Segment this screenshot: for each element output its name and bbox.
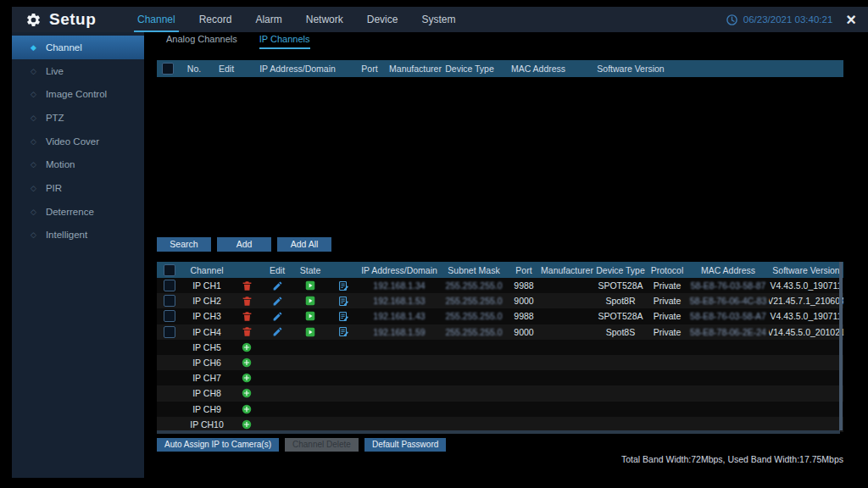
row-action-cell	[328, 326, 359, 337]
mac-address: 58-E8-76-03-58-87	[687, 280, 769, 291]
select-all-checkbox[interactable]	[162, 63, 174, 75]
column-header-subnet-mask: Subnet Mask	[440, 265, 508, 275]
row-action-cell	[328, 296, 359, 307]
datetime-text: 06/23/2021 03:40:21	[743, 14, 833, 25]
select-all-checkbox[interactable]	[164, 264, 175, 276]
mac-address: 58-E8-76-06-4C-83	[687, 296, 769, 306]
pencil-icon[interactable]	[272, 326, 283, 337]
top-bar: Setup ChannelRecordAlarmNetworkDeviceSys…	[12, 7, 868, 32]
pencil-icon[interactable]	[272, 280, 283, 291]
horizontal-scrollbar[interactable]	[157, 430, 840, 434]
add-all-button[interactable]: Add All	[277, 237, 331, 252]
sidebar-item-image-control[interactable]: ◇Image Control	[12, 82, 144, 106]
vertical-scrollbar[interactable]	[839, 262, 843, 430]
nav-item-network[interactable]: Network	[294, 7, 355, 32]
sidebar-item-label: Image Control	[46, 89, 107, 99]
channel-delete-button: Channel Delete	[285, 438, 359, 452]
channel-name: IP CH2	[182, 296, 231, 306]
plus-circle-icon[interactable]	[242, 373, 252, 383]
play-icon[interactable]	[305, 280, 315, 291]
document-icon[interactable]	[338, 296, 349, 307]
plus-circle-icon[interactable]	[242, 358, 252, 368]
column-header-edit: Edit	[209, 64, 243, 74]
action-buttons: Search Add Add All	[157, 237, 331, 252]
add-button[interactable]: Add	[217, 237, 271, 252]
sidebar-item-intelligent[interactable]: ◇Intelligent	[12, 224, 144, 247]
row-action-cell	[231, 280, 262, 291]
close-icon[interactable]: ×	[846, 11, 856, 28]
nav-item-channel[interactable]: Channel	[125, 7, 187, 32]
column-header-software-version: Software Version	[581, 64, 681, 74]
plus-circle-icon[interactable]	[242, 419, 252, 430]
tab-ip-channels[interactable]: IP Channels	[259, 34, 310, 49]
trash-icon[interactable]	[242, 326, 253, 337]
column-header-mac-address: MAC Address	[687, 265, 769, 275]
pencil-icon[interactable]	[272, 296, 283, 307]
sidebar-item-motion[interactable]: ◇Motion	[12, 152, 144, 176]
plus-circle-icon[interactable]	[242, 388, 252, 398]
nav-item-device[interactable]: Device	[355, 7, 410, 32]
row-checkbox[interactable]	[164, 295, 175, 307]
auto-assign-ip-button[interactable]: Auto Assign IP to Camera(s)	[157, 438, 279, 452]
row-action-cell	[231, 373, 262, 383]
sidebar-item-video-cover[interactable]: ◇Video Cover	[12, 130, 144, 153]
plus-circle-icon[interactable]	[242, 342, 252, 352]
play-icon[interactable]	[305, 296, 315, 306]
nav-item-record[interactable]: Record	[187, 7, 244, 32]
diamond-icon: ◇	[31, 184, 36, 192]
mac-address: 58-E8-78-06-2E-24	[687, 327, 769, 337]
row-action-cell	[328, 280, 359, 291]
row-action-cell	[262, 311, 292, 322]
document-icon[interactable]	[338, 280, 349, 291]
channel-name: IP CH7	[182, 373, 231, 383]
trash-icon[interactable]	[242, 311, 253, 322]
column-header-ip-address-domain: IP Address/Domain	[359, 265, 440, 275]
select-all-cell	[157, 264, 182, 276]
row-checkbox[interactable]	[164, 280, 175, 291]
tab-analog-channels[interactable]: Analog Channels	[166, 34, 237, 49]
ip-address: 192.168.1.59	[359, 327, 440, 337]
sidebar-item-ptz[interactable]: ◇PTZ	[12, 106, 144, 130]
play-icon[interactable]	[305, 311, 315, 321]
trash-icon[interactable]	[242, 296, 253, 307]
sidebar-item-live[interactable]: ◇Live	[12, 59, 144, 83]
row-action-cell	[231, 388, 262, 398]
plus-circle-icon[interactable]	[242, 404, 252, 414]
sidebar-item-label: Motion	[46, 159, 75, 169]
sidebar-item-label: Live	[46, 66, 64, 76]
table-row: IP CH3192.168.1.43255.255.255.09988SPOT5…	[157, 308, 843, 324]
top-nav: ChannelRecordAlarmNetworkDeviceSystem	[125, 7, 467, 32]
row-checkbox[interactable]	[164, 326, 175, 338]
sidebar-item-label: PTZ	[46, 113, 64, 123]
sidebar-item-deterrence[interactable]: ◇Deterrence	[12, 200, 144, 224]
protocol: Private	[647, 327, 687, 337]
protocol: Private	[647, 280, 687, 291]
device-type: SPOT528A	[594, 311, 647, 321]
diamond-icon: ◇	[31, 114, 36, 122]
sidebar-item-pir[interactable]: ◇PIR	[12, 176, 144, 200]
nav-item-system[interactable]: System	[409, 7, 467, 32]
port: 9988	[508, 311, 540, 321]
row-state-cell	[292, 327, 328, 337]
protocol: Private	[647, 311, 687, 321]
table-row: IP CH6	[157, 355, 843, 370]
row-checkbox[interactable]	[164, 310, 175, 322]
row-select-cell	[157, 295, 182, 307]
play-icon[interactable]	[305, 327, 315, 337]
trash-icon[interactable]	[242, 280, 253, 291]
row-action-cell	[231, 311, 262, 322]
row-state-cell	[292, 296, 328, 306]
subnet-mask: 255.255.255.0	[440, 327, 508, 337]
app-logo: Setup	[12, 10, 125, 29]
document-icon[interactable]	[338, 326, 349, 337]
row-select-cell	[157, 310, 182, 322]
nav-item-alarm[interactable]: Alarm	[243, 7, 293, 32]
default-password-button[interactable]: Default Password	[364, 438, 446, 452]
search-button[interactable]: Search	[157, 237, 211, 252]
sidebar-item-channel[interactable]: ◆Channel	[12, 36, 144, 59]
diamond-icon: ◇	[31, 208, 36, 216]
channel-name: IP CH4	[182, 327, 231, 337]
row-state-cell	[292, 311, 328, 321]
document-icon[interactable]	[338, 311, 349, 322]
pencil-icon[interactable]	[272, 311, 283, 322]
